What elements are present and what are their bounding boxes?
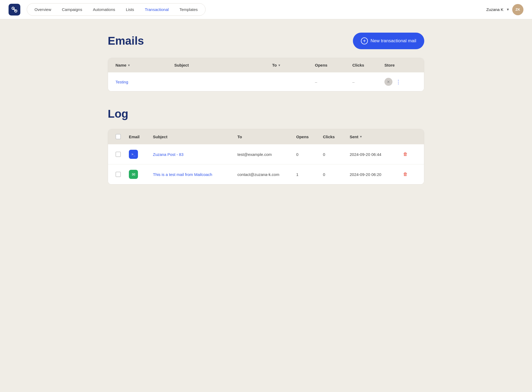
log-table: Email Subject To Opens Clicks Sent ▼	[108, 129, 424, 185]
avatar[interactable]: ZK	[512, 4, 523, 15]
terminal-email-icon: >_	[129, 150, 138, 159]
chevron-down-icon[interactable]: ▼	[506, 7, 510, 11]
log-clicks-1: 0	[323, 152, 350, 157]
log-to-2: contact@zuzana-k.com	[237, 172, 296, 177]
emails-title: Emails	[108, 34, 144, 47]
log-col-opens: Opens	[296, 134, 323, 139]
log-table-header: Email Subject To Opens Clicks Sent ▼	[108, 129, 424, 144]
log-subject-link-1[interactable]: Zuzana Post - 83	[153, 152, 237, 157]
log-col-clicks: Clicks	[323, 134, 350, 139]
nav-lists[interactable]: Lists	[121, 5, 139, 14]
emails-col-store: Store	[384, 63, 417, 67]
table-row: Testing – – ✕ ⋮	[108, 72, 424, 91]
log-clicks-2: 0	[323, 172, 350, 177]
row-checkbox-1[interactable]	[115, 152, 121, 157]
new-button-label: New transactional mail	[371, 38, 416, 44]
log-col-checkbox	[115, 134, 129, 139]
emails-col-to[interactable]: To ▼	[272, 63, 315, 67]
avatar-initials: ZK	[515, 7, 520, 11]
log-col-sent[interactable]: Sent ▼	[350, 134, 403, 139]
log-to-1: test@example.com	[237, 152, 296, 157]
table-row: >_ Zuzana Post - 83 test@example.com 0 0…	[108, 144, 424, 164]
log-subject-link-2[interactable]: This is a test mail from Mailcoach	[153, 172, 237, 177]
navbar-right: Zuzana K ▼ ZK	[486, 4, 523, 15]
log-sent-1: 2024-09-20 06:44	[350, 152, 403, 157]
emails-section: Emails + New transactional mail Name ▼ S…	[108, 33, 424, 91]
emails-table: Name ▼ Subject To ▼ Opens Clicks Store	[108, 58, 424, 91]
navbar-left: Overview Campaigns Automations Lists Tra…	[9, 3, 206, 16]
log-col-to: To	[237, 134, 296, 139]
log-col-subject: Subject	[153, 134, 237, 139]
main-content: Emails + New transactional mail Name ▼ S…	[95, 19, 437, 214]
emails-col-subject: Subject	[174, 63, 272, 67]
nav-templates[interactable]: Templates	[175, 5, 202, 14]
nav-links: Overview Campaigns Automations Lists Tra…	[27, 3, 206, 16]
mail-email-icon: ✉	[129, 170, 138, 179]
log-opens-2: 1	[296, 172, 323, 177]
nav-overview[interactable]: Overview	[30, 5, 56, 14]
navbar: Overview Campaigns Automations Lists Tra…	[0, 0, 532, 19]
emails-section-header: Emails + New transactional mail	[108, 33, 424, 49]
log-title: Log	[108, 107, 128, 120]
sort-sent-icon: ▼	[360, 135, 363, 138]
store-x-icon[interactable]: ✕	[384, 78, 392, 86]
emails-col-clicks: Clicks	[352, 63, 384, 67]
log-col-email: Email	[129, 134, 153, 139]
logo[interactable]	[9, 4, 20, 16]
email-clicks-cell: –	[352, 80, 384, 84]
nav-transactional[interactable]: Transactional	[140, 5, 174, 14]
log-opens-1: 0	[296, 152, 323, 157]
user-name[interactable]: Zuzana K	[486, 7, 503, 12]
log-section: Log Email Subject To Opens	[108, 107, 424, 185]
emails-col-opens: Opens	[315, 63, 352, 67]
table-row: ✉ This is a test mail from Mailcoach con…	[108, 164, 424, 184]
delete-icon-2[interactable]: 🗑	[403, 172, 417, 177]
email-name-link[interactable]: Testing	[115, 80, 174, 84]
more-options-icon[interactable]: ⋮	[396, 79, 401, 85]
select-all-checkbox[interactable]	[115, 134, 121, 139]
new-transactional-mail-button[interactable]: + New transactional mail	[353, 33, 424, 49]
nav-automations[interactable]: Automations	[88, 5, 120, 14]
emails-col-name[interactable]: Name ▼	[115, 63, 174, 67]
email-store-cell: ✕ ⋮	[384, 78, 417, 86]
emails-table-header: Name ▼ Subject To ▼ Opens Clicks Store	[108, 58, 424, 72]
sort-icon: ▼	[128, 64, 130, 67]
email-opens-cell: –	[315, 80, 352, 84]
row-checkbox-2[interactable]	[115, 172, 121, 177]
log-section-header: Log	[108, 107, 424, 120]
log-sent-2: 2024-09-20 06:20	[350, 172, 403, 177]
nav-campaigns[interactable]: Campaigns	[57, 5, 87, 14]
plus-icon: +	[361, 37, 368, 44]
delete-icon-1[interactable]: 🗑	[403, 152, 417, 157]
sort-icon-to: ▼	[278, 64, 281, 67]
